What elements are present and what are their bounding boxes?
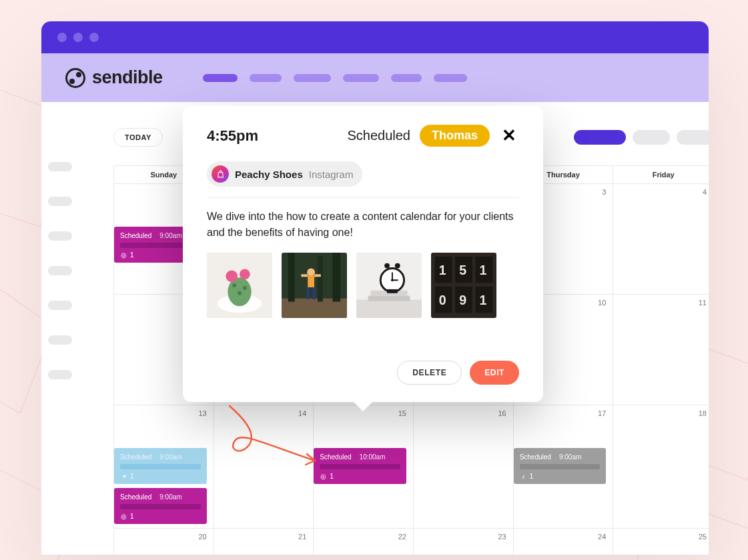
shopping-bag-icon bbox=[212, 165, 229, 183]
calendar-day[interactable]: 18 bbox=[613, 405, 709, 529]
calendar-day[interactable]: 17 Scheduled 9:00am ♪ 1 bbox=[514, 405, 614, 529]
nav-item[interactable] bbox=[203, 74, 238, 82]
thumbnail-image[interactable] bbox=[207, 253, 272, 318]
weekday-header: Friday bbox=[613, 166, 709, 184]
svg-point-28 bbox=[395, 263, 400, 269]
event-time: 9:00am bbox=[159, 493, 181, 501]
svg-point-5 bbox=[238, 291, 242, 295]
svg-point-13 bbox=[307, 269, 315, 277]
svg-rect-18 bbox=[314, 274, 321, 277]
close-icon[interactable]: ✕ bbox=[499, 125, 519, 146]
event-count: 1 bbox=[130, 251, 134, 259]
nav-item[interactable] bbox=[434, 74, 467, 82]
svg-text:5: 5 bbox=[459, 263, 466, 277]
day-number: 25 bbox=[699, 533, 707, 541]
instagram-icon: ◎ bbox=[120, 513, 127, 520]
traffic-light-dot[interactable] bbox=[89, 33, 99, 42]
calendar-day[interactable]: 25 bbox=[613, 529, 709, 555]
sidebar-item[interactable] bbox=[48, 266, 72, 275]
view-option[interactable] bbox=[677, 130, 709, 145]
nav-item[interactable] bbox=[250, 74, 282, 82]
popup-user-badge[interactable]: Thomas bbox=[420, 125, 490, 147]
nav-item[interactable] bbox=[294, 74, 331, 82]
account-platform: Instagram bbox=[309, 169, 354, 180]
nav-item[interactable] bbox=[391, 74, 422, 82]
popup-time: 4:55pm bbox=[207, 127, 258, 145]
svg-rect-11 bbox=[332, 253, 340, 302]
event-status: Scheduled bbox=[320, 453, 351, 461]
event-count: 1 bbox=[130, 473, 134, 480]
brand-name: sendible bbox=[92, 67, 163, 88]
event-time: 9:00am bbox=[159, 232, 181, 239]
svg-text:1: 1 bbox=[480, 293, 487, 307]
sidebar-item[interactable] bbox=[48, 335, 72, 345]
traffic-light-dot[interactable] bbox=[73, 33, 83, 42]
calendar-day[interactable]: 24 bbox=[514, 529, 614, 555]
popup-status: Scheduled bbox=[347, 128, 410, 143]
calendar-day[interactable]: 15 Scheduled 10:00am ◎ 1 bbox=[314, 405, 414, 529]
calendar-day[interactable]: 4 bbox=[613, 184, 709, 295]
day-number: 20 bbox=[198, 533, 206, 541]
svg-point-4 bbox=[243, 286, 247, 290]
calendar-day[interactable]: 14 bbox=[214, 405, 314, 529]
svg-text:1: 1 bbox=[480, 263, 487, 277]
brand[interactable]: sendible bbox=[65, 67, 163, 88]
calendar-day[interactable]: 11 bbox=[613, 295, 709, 405]
nav-item[interactable] bbox=[343, 74, 379, 82]
view-option[interactable] bbox=[574, 130, 626, 145]
event-status: Scheduled bbox=[520, 453, 551, 461]
event-time: 9:00am bbox=[559, 453, 581, 461]
sidebar-item[interactable] bbox=[48, 370, 72, 379]
today-button[interactable]: TODAY bbox=[113, 128, 163, 147]
day-number: 18 bbox=[699, 409, 707, 417]
sidebar-item[interactable] bbox=[48, 162, 72, 171]
calendar-day[interactable]: 13 Scheduled 9:00am ✦ 1 bbox=[114, 405, 214, 529]
edit-button[interactable]: EDIT bbox=[470, 361, 519, 385]
day-number: 15 bbox=[398, 409, 406, 417]
calendar-day[interactable]: 22 bbox=[314, 529, 414, 555]
thumbnail-image[interactable] bbox=[282, 253, 347, 318]
sidebar-item[interactable] bbox=[48, 231, 72, 241]
day-number: 23 bbox=[498, 533, 506, 541]
thumbnail-image[interactable] bbox=[356, 253, 422, 318]
instagram-icon: ◎ bbox=[120, 251, 127, 259]
account-chip[interactable]: Peachy Shoes Instagram bbox=[207, 161, 362, 187]
sidebar bbox=[41, 102, 79, 555]
svg-point-3 bbox=[232, 283, 236, 287]
calendar-day[interactable]: 16 bbox=[414, 405, 514, 529]
popup-header: 4:55pm Scheduled Thomas ✕ bbox=[207, 125, 519, 147]
view-option[interactable] bbox=[633, 130, 670, 145]
delete-button[interactable]: DELETE bbox=[397, 361, 462, 385]
event-content-bar bbox=[320, 464, 400, 469]
event-card-tiktok[interactable]: Scheduled 9:00am ♪ 1 bbox=[514, 448, 607, 484]
day-number: 11 bbox=[699, 299, 707, 307]
calendar-day[interactable]: 21 bbox=[214, 529, 314, 555]
event-content-bar bbox=[120, 504, 201, 509]
thumbnail-image[interactable]: 151091 bbox=[431, 253, 496, 318]
sidebar-item[interactable] bbox=[48, 301, 72, 310]
svg-rect-14 bbox=[308, 275, 314, 287]
calendar-row: 20 21 22 23 24 25 bbox=[114, 529, 709, 555]
svg-rect-21 bbox=[368, 296, 410, 301]
calendar-day[interactable]: 23 bbox=[414, 529, 514, 555]
sidebar-item[interactable] bbox=[48, 197, 72, 206]
event-status: Scheduled bbox=[120, 493, 151, 501]
calendar-row: 13 Scheduled 9:00am ✦ 1 bbox=[114, 405, 709, 529]
day-number: 4 bbox=[703, 188, 707, 196]
day-number: 3 bbox=[602, 188, 606, 196]
day-number: 10 bbox=[598, 299, 606, 307]
day-number: 17 bbox=[598, 409, 606, 417]
svg-rect-15 bbox=[306, 287, 310, 299]
event-card-instagram[interactable]: Scheduled 9:00am ◎ 1 bbox=[114, 488, 207, 524]
calendar-day[interactable]: 20 bbox=[114, 529, 214, 555]
main-nav bbox=[203, 74, 467, 82]
event-time: 10:00am bbox=[360, 453, 386, 461]
event-card-instagram[interactable]: Scheduled 10:00am ◎ 1 bbox=[314, 448, 406, 484]
day-number: 24 bbox=[598, 533, 606, 541]
day-number: 16 bbox=[498, 409, 506, 417]
traffic-light-dot[interactable] bbox=[57, 33, 67, 42]
svg-rect-29 bbox=[387, 289, 398, 293]
event-count: 1 bbox=[130, 513, 134, 520]
day-number: 14 bbox=[298, 409, 306, 417]
event-card-twitter[interactable]: Scheduled 9:00am ✦ 1 bbox=[114, 448, 207, 484]
